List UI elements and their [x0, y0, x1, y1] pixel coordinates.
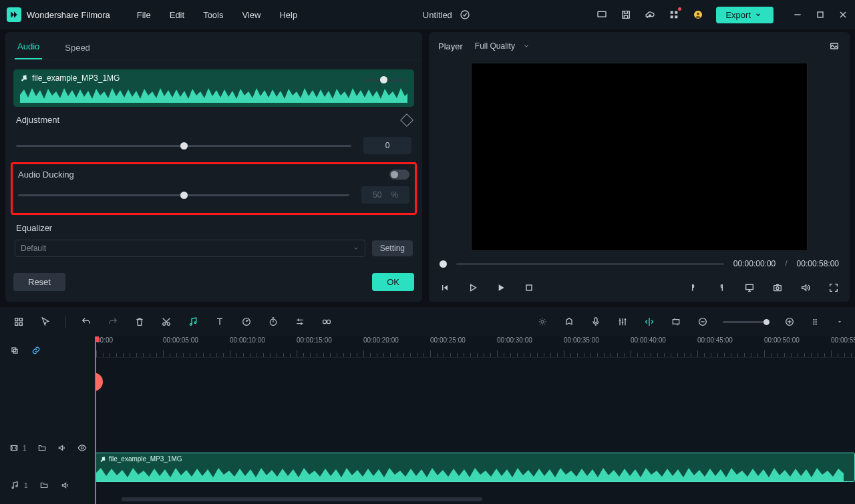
main-menu: File Edit Tools View Help — [137, 10, 297, 20]
delete-icon[interactable] — [133, 315, 146, 328]
render-icon[interactable] — [536, 315, 549, 328]
menu-edit[interactable]: Edit — [170, 10, 184, 20]
save-icon[interactable] — [620, 9, 632, 21]
svg-point-45 — [16, 485, 17, 487]
dropdown-icon[interactable] — [836, 315, 843, 328]
ducking-header: Audio Ducking — [17, 170, 411, 186]
audio-tool-icon[interactable] — [186, 315, 200, 328]
mic-icon[interactable] — [589, 315, 603, 328]
adjust-icon[interactable] — [293, 315, 307, 328]
mute-icon[interactable] — [57, 443, 67, 453]
document-title: Untitled — [423, 10, 452, 20]
timeline-audio-clip[interactable]: file_example_MP3_1MG — [95, 453, 855, 482]
pitch-value[interactable]: 0 — [363, 137, 411, 154]
track-area[interactable]: 00:0000:00:05:0000:00:10:0000:00:15:0000… — [95, 336, 855, 504]
equalizer-label: Equalizer — [16, 223, 52, 233]
pitch-thumb[interactable] — [180, 142, 188, 150]
audio-mixer-icon[interactable] — [616, 315, 629, 328]
undo-icon[interactable] — [79, 315, 93, 328]
equalizer-preset-select[interactable]: Default — [15, 240, 365, 257]
ducking-toggle[interactable] — [389, 170, 409, 180]
ruler-label: 00:00:50:00 — [764, 336, 800, 344]
cloud-icon[interactable] — [644, 9, 656, 21]
track-options-icon[interactable] — [810, 315, 823, 328]
title-center: Untitled — [297, 9, 596, 21]
ducking-slider[interactable] — [18, 194, 349, 196]
snapshot-gallery-icon[interactable] — [828, 40, 840, 52]
player-label: Player — [438, 41, 463, 51]
svg-rect-18 — [19, 318, 22, 321]
mark-in-icon[interactable] — [687, 281, 700, 294]
svg-rect-30 — [594, 318, 597, 322]
preview-canvas[interactable] — [471, 63, 808, 251]
mute-icon[interactable] — [60, 480, 71, 491]
playhead[interactable] — [95, 336, 96, 504]
zoom-slider[interactable] — [723, 321, 770, 323]
prev-frame-button[interactable] — [438, 281, 452, 294]
reset-button[interactable]: Reset — [13, 273, 65, 291]
cut-icon[interactable] — [160, 315, 173, 328]
clip-fade-thumb[interactable] — [380, 76, 387, 83]
link-icon[interactable] — [31, 345, 41, 356]
svg-rect-17 — [15, 318, 18, 321]
play-button[interactable] — [494, 281, 508, 294]
brand-name: Wondershare Filmora — [27, 10, 110, 20]
fullscreen-icon[interactable] — [827, 281, 840, 294]
workspace: Audio Speed file_example_MP3_1MG Adj — [0, 29, 855, 307]
speed-tool-icon[interactable] — [240, 315, 253, 328]
equalizer-row: Default Setting — [13, 237, 414, 260]
marker-icon[interactable] — [562, 315, 576, 328]
profile-icon[interactable] — [692, 9, 704, 21]
horizontal-scrollbar[interactable] — [122, 497, 482, 501]
folder-icon[interactable] — [37, 443, 47, 453]
svg-point-44 — [12, 487, 13, 488]
tab-speed[interactable]: Speed — [62, 36, 93, 59]
svg-rect-41 — [13, 349, 17, 353]
menu-tools[interactable]: Tools — [203, 10, 223, 20]
auto-beat-icon[interactable] — [643, 315, 656, 328]
seek-track[interactable] — [456, 263, 724, 265]
timer-icon[interactable] — [267, 315, 280, 328]
menu-help[interactable]: Help — [279, 10, 297, 20]
device-icon[interactable] — [596, 9, 608, 21]
camera-icon[interactable] — [771, 281, 784, 294]
mark-out-icon[interactable] — [715, 281, 728, 294]
zoom-out-icon[interactable] — [696, 315, 709, 328]
keyframe-icon[interactable] — [400, 113, 413, 127]
tab-audio[interactable]: Audio — [15, 35, 42, 59]
quality-select[interactable]: Full Quality — [475, 41, 530, 51]
pitch-slider[interactable] — [16, 145, 351, 147]
volume-icon[interactable] — [799, 281, 812, 294]
text-icon[interactable] — [213, 315, 226, 328]
play-pause-button[interactable] — [466, 281, 480, 294]
close-button[interactable] — [838, 9, 848, 20]
stop-button[interactable] — [522, 281, 536, 294]
maximize-button[interactable] — [815, 9, 826, 20]
zoom-thumb[interactable] — [763, 319, 770, 325]
minimize-button[interactable] — [792, 9, 803, 20]
folder-icon[interactable] — [39, 480, 49, 491]
equalizer-setting-button[interactable]: Setting — [372, 240, 413, 256]
layout-icon[interactable] — [12, 315, 25, 328]
menu-view[interactable]: View — [242, 10, 261, 20]
display-icon[interactable] — [743, 281, 756, 294]
duplicate-icon[interactable] — [9, 345, 20, 356]
time-ruler[interactable]: 00:0000:00:05:0000:00:10:0000:00:15:0000… — [95, 336, 855, 358]
audio-track[interactable]: file_example_MP3_1MG — [95, 449, 855, 486]
seek-thumb[interactable] — [440, 260, 447, 268]
select-tool-icon[interactable] — [39, 315, 52, 328]
zoom-in-icon[interactable] — [783, 315, 796, 328]
ducking-thumb[interactable] — [180, 192, 188, 199]
crop-tool-icon[interactable] — [669, 315, 683, 328]
apps-icon[interactable] — [668, 9, 680, 21]
audio-clip-preview[interactable]: file_example_MP3_1MG — [13, 69, 414, 107]
ok-button[interactable]: OK — [372, 273, 414, 291]
svg-point-43 — [81, 447, 83, 449]
visibility-icon[interactable] — [77, 443, 87, 453]
export-button[interactable]: Export — [716, 7, 774, 23]
video-track[interactable] — [95, 410, 855, 447]
app-root: Wondershare Filmora File Edit Tools View… — [0, 0, 855, 504]
redo-icon[interactable] — [106, 315, 120, 328]
link-tool-icon[interactable] — [320, 315, 333, 328]
menu-file[interactable]: File — [137, 10, 151, 20]
